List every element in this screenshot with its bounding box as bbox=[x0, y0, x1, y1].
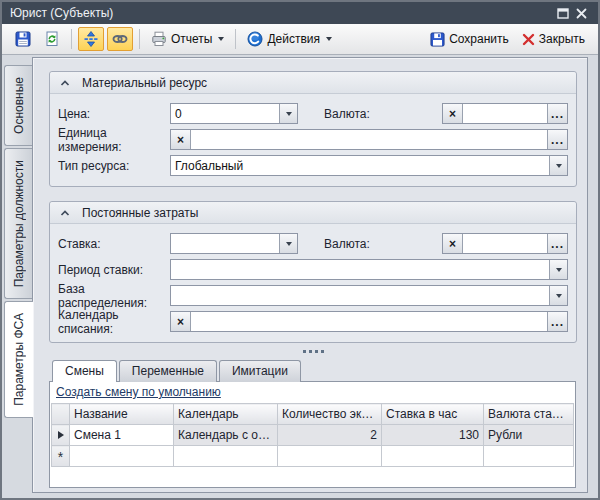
distribution-base-combo[interactable] bbox=[170, 285, 568, 306]
save-icon bbox=[430, 32, 445, 47]
cell-empty[interactable] bbox=[278, 446, 382, 467]
column-header-instance-count[interactable]: Количество экзе… bbox=[278, 404, 382, 425]
resource-type-combo[interactable]: Глобальный bbox=[170, 155, 568, 176]
expand-vertical-icon bbox=[83, 31, 99, 47]
shifts-table-header-row: Название Календарь Количество экзе… Став… bbox=[52, 404, 574, 425]
fixed-currency-value bbox=[463, 234, 547, 253]
unit-lookup[interactable]: × ... bbox=[170, 129, 568, 150]
side-tab-basic-label: Основные bbox=[12, 77, 26, 134]
cell-empty[interactable] bbox=[382, 446, 484, 467]
shifts-tab-panel: Создать смену по умолчанию Название Кале… bbox=[49, 381, 576, 488]
close-x-icon bbox=[522, 33, 535, 46]
current-row-indicator[interactable] bbox=[52, 425, 70, 446]
resource-type-dropdown-button[interactable] bbox=[549, 156, 567, 175]
link-row: Создать смену по умолчанию bbox=[50, 382, 575, 403]
chevron-down-icon bbox=[286, 242, 292, 246]
close-icon bbox=[576, 8, 587, 19]
window-close-button[interactable] bbox=[572, 5, 590, 21]
fixed-currency-lookup[interactable]: × ... bbox=[442, 233, 568, 254]
cell-empty[interactable] bbox=[484, 446, 574, 467]
price-dropdown-button[interactable] bbox=[279, 104, 297, 123]
actions-button[interactable]: Действия bbox=[242, 27, 337, 51]
cell-empty[interactable] bbox=[70, 446, 174, 467]
distribution-base-dropdown-button[interactable] bbox=[549, 286, 567, 305]
title-bar: Юрист (Субъекты) bbox=[2, 2, 598, 24]
side-tab-fsa-params[interactable]: Параметры ФСА bbox=[4, 301, 33, 418]
link-mode-toggle[interactable] bbox=[107, 27, 133, 51]
writeoff-calendar-lookup[interactable]: × ... bbox=[170, 311, 568, 332]
currency-label: Валюта: bbox=[324, 107, 370, 121]
clear-button[interactable]: × bbox=[443, 234, 463, 253]
browse-button[interactable]: ... bbox=[547, 234, 567, 253]
material-resource-group-title: Материальный ресурс bbox=[82, 76, 207, 90]
cell-calendar[interactable]: Календарь с обеда bbox=[174, 425, 278, 446]
splitter-handle[interactable] bbox=[49, 343, 577, 359]
save-tool-button[interactable] bbox=[10, 27, 36, 51]
browse-button[interactable]: ... bbox=[547, 104, 567, 123]
tab-imitations[interactable]: Имитации bbox=[219, 360, 301, 382]
unit-label: Единица измерения: bbox=[58, 126, 170, 154]
chevron-down-icon bbox=[556, 164, 562, 168]
save-icon bbox=[15, 31, 31, 47]
bottom-tab-strip: Смены Переменные Имитации bbox=[49, 359, 577, 381]
column-header-rate-currency[interactable]: Валюта ставки bbox=[484, 404, 574, 425]
currency-value bbox=[463, 104, 547, 123]
rate-period-combo[interactable] bbox=[170, 259, 568, 280]
rate-period-dropdown-button[interactable] bbox=[549, 260, 567, 279]
cell-empty[interactable] bbox=[174, 446, 278, 467]
column-header-calendar[interactable]: Календарь bbox=[174, 404, 278, 425]
resource-type-value: Глобальный bbox=[171, 156, 549, 175]
refresh-icon bbox=[44, 31, 60, 47]
cell-name[interactable]: Смена 1 bbox=[70, 425, 174, 446]
currency-lookup[interactable]: × ... bbox=[442, 103, 568, 124]
price-combo[interactable]: 0 bbox=[170, 103, 298, 124]
rate-period-value bbox=[171, 260, 549, 279]
actions-label: Действия bbox=[267, 32, 320, 46]
fsa-params-panel: Материальный ресурс Цена: 0 Валюта: × bbox=[32, 57, 588, 493]
chevron-down-icon bbox=[556, 294, 562, 298]
column-header-name[interactable]: Название bbox=[70, 404, 174, 425]
fixed-costs-group: Постоянные затраты Ставка: Валюта: × bbox=[49, 201, 577, 343]
clear-button[interactable]: × bbox=[443, 104, 463, 123]
save-commit-button[interactable]: Сохранить bbox=[425, 28, 514, 51]
refresh-tool-button[interactable] bbox=[39, 27, 65, 51]
create-default-shift-link[interactable]: Создать смену по умолчанию bbox=[56, 385, 221, 399]
price-value: 0 bbox=[171, 104, 279, 123]
rate-combo[interactable] bbox=[170, 233, 298, 254]
toolbar: Отчеты Действия Сохранить Закрыть bbox=[2, 24, 598, 55]
tab-shifts[interactable]: Смены bbox=[52, 360, 117, 382]
reports-button[interactable]: Отчеты bbox=[146, 27, 229, 51]
cell-hourly-rate[interactable]: 130 bbox=[382, 425, 484, 446]
material-resource-group-header[interactable]: Материальный ресурс bbox=[50, 72, 576, 94]
material-resource-group-body: Цена: 0 Валюта: × ... Единица bbox=[50, 94, 576, 186]
cell-instance-count[interactable]: 2 bbox=[278, 425, 382, 446]
tab-variables[interactable]: Переменные bbox=[119, 360, 217, 382]
clear-button[interactable]: × bbox=[171, 312, 191, 331]
fixed-costs-group-header[interactable]: Постоянные затраты bbox=[50, 202, 576, 224]
expand-panels-toggle[interactable] bbox=[78, 27, 104, 51]
side-tab-basic[interactable]: Основные bbox=[4, 65, 32, 146]
resource-type-label: Тип ресурса: bbox=[58, 159, 170, 173]
chevron-down-icon bbox=[286, 112, 292, 116]
link-chain-icon bbox=[112, 31, 128, 47]
column-header-hourly-rate[interactable]: Ставка в час bbox=[382, 404, 484, 425]
close-dialog-button[interactable]: Закрыть bbox=[517, 28, 590, 50]
cell-rate-currency[interactable]: Рубли bbox=[484, 425, 574, 446]
browse-button[interactable]: ... bbox=[547, 312, 567, 331]
browse-button[interactable]: ... bbox=[547, 130, 567, 149]
fixed-costs-group-body: Ставка: Валюта: × ... Период bbox=[50, 224, 576, 342]
new-row-indicator[interactable]: * bbox=[52, 446, 70, 467]
maximize-icon bbox=[557, 8, 569, 19]
maximize-button[interactable] bbox=[554, 5, 572, 21]
rate-label: Ставка: bbox=[58, 237, 170, 251]
chevron-down-icon bbox=[218, 37, 224, 41]
clear-button[interactable]: × bbox=[171, 130, 191, 149]
side-tab-position-params[interactable]: Параметры должности bbox=[4, 148, 32, 299]
rate-dropdown-button[interactable] bbox=[279, 234, 297, 253]
writeoff-calendar-label: Календарь списания: bbox=[58, 308, 170, 336]
splitter-dot bbox=[315, 350, 318, 353]
splitter-dot bbox=[309, 350, 312, 353]
splitter-dot bbox=[303, 350, 306, 353]
save-commit-label: Сохранить bbox=[449, 32, 509, 46]
close-dialog-label: Закрыть bbox=[539, 32, 585, 46]
